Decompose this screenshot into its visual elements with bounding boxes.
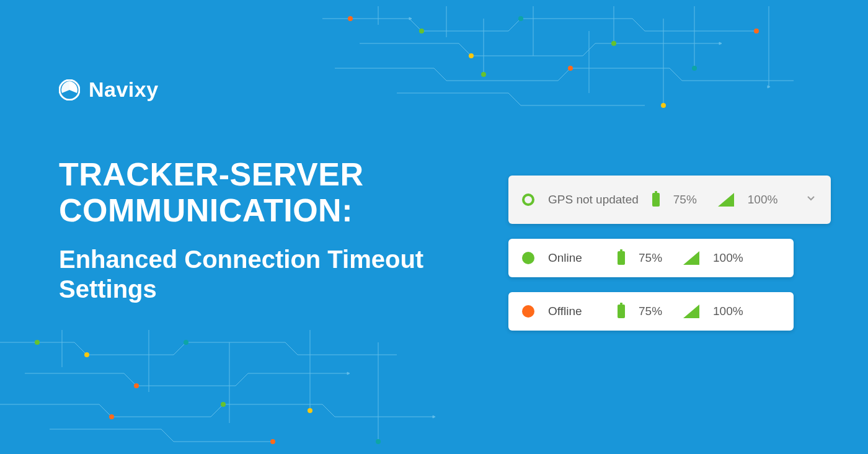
signal-percent: 100% — [713, 305, 744, 318]
svg-point-17 — [134, 383, 139, 388]
svg-point-16 — [84, 352, 89, 357]
svg-point-4 — [419, 29, 424, 33]
signal-percent: 100% — [748, 193, 779, 207]
signal-percent: 100% — [713, 251, 744, 265]
svg-point-6 — [518, 16, 523, 21]
svg-point-7 — [568, 66, 573, 71]
status-dot-icon — [522, 252, 534, 264]
svg-point-11 — [754, 29, 759, 33]
svg-point-23 — [109, 414, 114, 419]
status-ring-icon — [522, 194, 534, 206]
svg-marker-1 — [719, 42, 722, 45]
battery-percent: 75% — [673, 193, 704, 207]
svg-point-18 — [184, 340, 188, 345]
decorative-circuits-bottom — [0, 318, 446, 454]
svg-marker-14 — [433, 416, 435, 418]
status-label: Online — [548, 251, 604, 265]
headline-block: TRACKER-SERVER COMMUNICATION: Enhanced C… — [59, 156, 456, 304]
battery-percent: 75% — [639, 305, 670, 318]
svg-marker-13 — [347, 372, 350, 375]
headline-subtitle: Enhanced Connection Timeout Settings — [59, 244, 456, 304]
svg-point-8 — [611, 41, 616, 46]
svg-point-15 — [35, 340, 40, 345]
battery-percent: 75% — [639, 251, 670, 265]
svg-point-20 — [270, 439, 275, 444]
brand-logo: Navixy — [59, 78, 159, 102]
status-label: Offline — [548, 305, 604, 318]
battery-icon — [618, 305, 625, 318]
status-label: GPS not updated — [548, 193, 639, 207]
battery-icon — [618, 251, 625, 265]
svg-point-3 — [348, 16, 353, 21]
brand-name: Navixy — [89, 78, 159, 102]
svg-point-9 — [661, 103, 666, 108]
svg-marker-0 — [409, 17, 412, 20]
headline-title: TRACKER-SERVER COMMUNICATION: — [59, 156, 456, 228]
status-card-offline[interactable]: Offline 75% 100% — [508, 292, 794, 331]
signal-icon — [683, 305, 699, 318]
status-dot-icon — [522, 305, 534, 318]
brand-logo-icon — [59, 79, 80, 100]
svg-marker-2 — [768, 86, 770, 88]
status-card-online[interactable]: Online 75% 100% — [508, 239, 794, 277]
battery-icon — [652, 193, 660, 207]
status-card-list: GPS not updated 75% 100% Online 75% 100%… — [508, 176, 831, 331]
svg-point-21 — [308, 408, 312, 413]
svg-point-10 — [692, 66, 697, 71]
decorative-circuits-top — [322, 0, 831, 136]
status-card-gps-not-updated[interactable]: GPS not updated 75% 100% — [508, 176, 831, 224]
svg-point-22 — [376, 439, 381, 444]
signal-icon — [718, 193, 734, 207]
chevron-down-icon[interactable] — [805, 192, 817, 208]
svg-point-12 — [481, 72, 486, 77]
svg-point-19 — [221, 402, 226, 407]
svg-point-5 — [469, 53, 474, 58]
signal-icon — [683, 251, 699, 265]
